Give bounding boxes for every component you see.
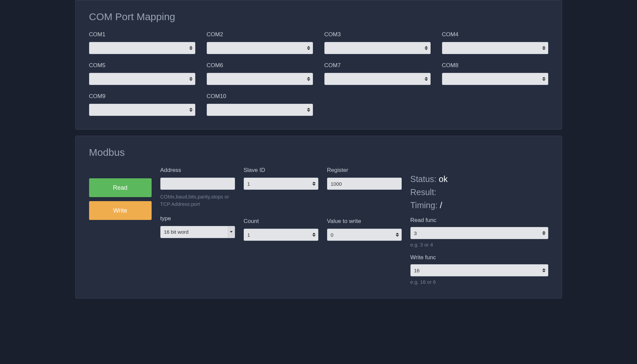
result-line: Result:	[410, 187, 548, 197]
read-func-input[interactable]	[410, 227, 548, 239]
write-func-help: e.g. 16 or 6	[410, 279, 548, 285]
write-func-label: Write func	[410, 254, 548, 261]
slave-id-label: Slave ID	[244, 167, 318, 174]
com10-group: COM10	[207, 93, 313, 116]
com1-label: COM1	[89, 31, 195, 38]
status-value: ok	[439, 174, 447, 184]
count-label: Count	[244, 218, 318, 225]
com4-label: COM4	[442, 31, 548, 38]
register-label: Register	[327, 167, 402, 174]
com5-label: COM5	[89, 62, 195, 69]
com1-group: COM1	[89, 31, 195, 54]
read-func-help: e.g. 3 or 4	[410, 242, 548, 247]
com7-input[interactable]	[324, 73, 431, 85]
modbus-card: Modbus Read Write Address COMx,baud,bits…	[75, 136, 562, 299]
address-label: Address	[160, 167, 235, 174]
register-input[interactable]	[327, 178, 402, 190]
modbus-status-column: Status: ok Result: Timing: / Read func e…	[410, 167, 548, 285]
com7-group: COM7	[324, 62, 431, 85]
com3-label: COM3	[324, 31, 431, 38]
write-button[interactable]: Write	[89, 201, 152, 220]
com8-label: COM8	[442, 62, 548, 69]
slave-id-input[interactable]	[244, 178, 318, 190]
com8-group: COM8	[442, 62, 548, 85]
modbus-col-slave-count: Slave ID Count	[244, 167, 318, 241]
address-input[interactable]	[160, 178, 235, 190]
value-to-write-label: Value to write	[327, 218, 402, 225]
com8-input[interactable]	[442, 73, 548, 85]
com5-input[interactable]	[89, 73, 195, 85]
type-select[interactable]: 16 bit word	[160, 226, 235, 238]
com5-group: COM5	[89, 62, 195, 85]
result-label: Result:	[410, 187, 437, 197]
com3-group: COM3	[324, 31, 431, 54]
com6-label: COM6	[207, 62, 313, 69]
com2-label: COM2	[207, 31, 313, 38]
read-button[interactable]: Read	[89, 178, 152, 197]
modbus-col-register-value: Register Value to write	[327, 167, 402, 241]
com6-group: COM6	[207, 62, 313, 85]
com10-label: COM10	[207, 93, 313, 100]
com3-input[interactable]	[324, 42, 431, 54]
com4-input[interactable]	[442, 42, 548, 54]
com9-group: COM9	[89, 93, 195, 116]
read-func-group: Read func e.g. 3 or 4	[410, 217, 548, 247]
modbus-button-column: Read Write	[89, 167, 152, 220]
com4-group: COM4	[442, 31, 548, 54]
com1-input[interactable]	[89, 42, 195, 54]
com-port-grid: COM1 COM2 COM3	[89, 31, 548, 116]
com9-label: COM9	[89, 93, 195, 100]
com6-input[interactable]	[207, 73, 313, 85]
modbus-col-address-type: Address COMx,baud,bits,parity,stops or T…	[160, 167, 235, 238]
count-input[interactable]	[244, 229, 318, 241]
address-help: COMx,baud,bits,parity,stops or TCP Addre…	[160, 193, 235, 208]
read-func-label: Read func	[410, 217, 548, 224]
com2-group: COM2	[207, 31, 313, 54]
write-func-input[interactable]	[410, 264, 548, 276]
com-port-mapping-title: COM Port Mapping	[89, 11, 548, 22]
status-label: Status:	[410, 174, 439, 184]
com10-input[interactable]	[207, 104, 313, 116]
write-func-group: Write func e.g. 16 or 6	[410, 254, 548, 285]
modbus-title: Modbus	[89, 147, 548, 158]
com9-input[interactable]	[89, 104, 195, 116]
com7-label: COM7	[324, 62, 431, 69]
status-line: Status: ok	[410, 174, 548, 184]
com2-input[interactable]	[207, 42, 313, 54]
value-to-write-input[interactable]	[327, 229, 402, 241]
type-label: type	[160, 215, 235, 222]
timing-value: /	[440, 200, 442, 210]
timing-label: Timing:	[410, 200, 440, 210]
com-port-mapping-card: COM Port Mapping COM1 COM2 COM3	[75, 0, 562, 130]
timing-line: Timing: /	[410, 200, 548, 210]
